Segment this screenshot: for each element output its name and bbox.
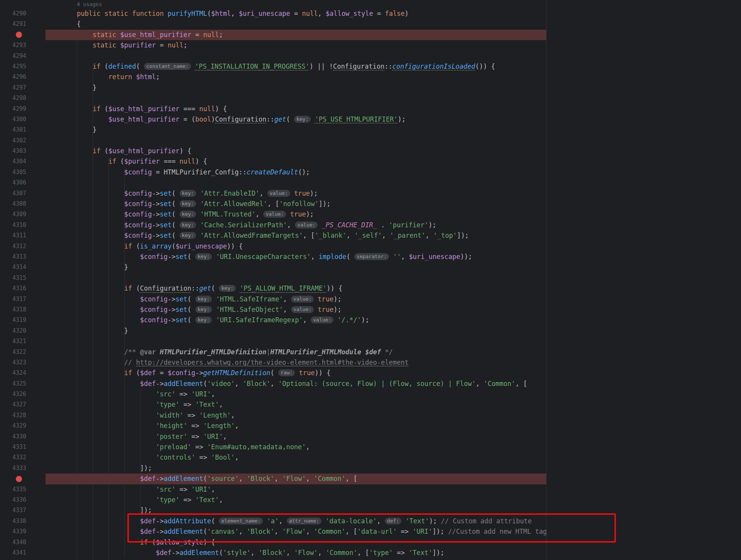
gutter[interactable]: 4290 <box>0 8 46 19</box>
code-text[interactable]: 'height' => 'Length', <box>46 421 546 431</box>
code-line[interactable]: 4338 $def->addAttribute( element_name: '… <box>0 516 546 526</box>
code-line[interactable]: 4325 $def->addElement('video', 'Block', … <box>0 379 546 389</box>
code-line[interactable]: 4298 <box>0 93 546 103</box>
code-text[interactable]: 'width' => 'Length', <box>46 410 546 421</box>
gutter[interactable] <box>0 474 46 484</box>
gutter[interactable]: 4322 <box>0 347 46 357</box>
code-text[interactable]: if ($use_html_purifier === null) { <box>46 104 546 114</box>
gutter[interactable]: 4293 <box>0 40 46 51</box>
code-line[interactable]: 4296 return $html; <box>0 72 546 82</box>
gutter[interactable]: 4330 <box>0 431 46 442</box>
gutter[interactable]: 4312 <box>0 241 46 252</box>
gutter[interactable]: 4341 <box>0 548 46 558</box>
code-text[interactable]: $def->addElement('canvas', 'Block', 'Flo… <box>46 526 546 537</box>
code-text[interactable]: $config->set( key: 'Cache.SerializerPath… <box>46 220 546 230</box>
code-line[interactable]: 4330 'poster' => 'URI', <box>0 431 546 442</box>
gutter[interactable]: 4332 <box>0 452 46 463</box>
gutter[interactable]: 4318 <box>0 305 46 315</box>
code-text[interactable] <box>46 51 546 61</box>
gutter[interactable]: 4305 <box>0 167 46 178</box>
code-text[interactable]: $config->set( key: 'Attr.EnableID', valu… <box>46 188 546 199</box>
code-line[interactable]: 4315 <box>0 273 546 283</box>
gutter[interactable]: 4325 <box>0 379 46 389</box>
gutter[interactable]: 4295 <box>0 61 46 72</box>
code-line[interactable]: 4320 } <box>0 326 546 336</box>
code-text[interactable]: if ($use_html_purifier) { <box>46 146 546 156</box>
code-text[interactable]: if ($def = $config->getHTMLDefinition( r… <box>46 368 546 378</box>
code-text[interactable]: 'poster' => 'URI', <box>46 431 546 442</box>
code-line[interactable]: 4333 ]); <box>0 463 546 474</box>
gutter[interactable]: 4329 <box>0 421 46 431</box>
code-line[interactable]: 4290 public static function purifyHTML($… <box>0 8 546 19</box>
gutter[interactable]: 4331 <box>0 442 46 452</box>
gutter[interactable]: 4342 <box>0 558 46 560</box>
code-line[interactable]: 4310 $config->set( key: 'Cache.Serialize… <box>0 220 546 230</box>
code-text[interactable]: return $html; <box>46 72 546 82</box>
code-text[interactable]: 'src' => 'URI', <box>46 389 546 399</box>
code-line[interactable]: 4294 <box>0 51 546 61</box>
code-line[interactable]: 4316 if (Configuration::get( key: 'PS_AL… <box>0 283 546 294</box>
code-text[interactable]: 'controls' => 'Bool', <box>46 452 546 463</box>
code-line[interactable]: 4339 $def->addElement('canvas', 'Block',… <box>0 526 546 537</box>
gutter[interactable]: 4313 <box>0 252 46 262</box>
gutter[interactable]: 4306 <box>0 178 46 188</box>
gutter[interactable]: 4319 <box>0 315 46 325</box>
code-text[interactable]: // http://developers.whatwg.org/the-vide… <box>46 357 546 368</box>
code-line[interactable]: 4336 'type' => 'Text', <box>0 495 546 505</box>
gutter[interactable]: 4316 <box>0 283 46 294</box>
gutter[interactable]: 4291 <box>0 19 46 29</box>
breakpoint-dot[interactable] <box>16 32 22 38</box>
code-text[interactable]: ]); <box>46 463 546 474</box>
gutter[interactable]: 4314 <box>0 262 46 272</box>
gutter[interactable]: 4335 <box>0 484 46 495</box>
code-text[interactable] <box>46 273 546 283</box>
gutter[interactable]: 4302 <box>0 135 46 146</box>
gutter[interactable]: 4301 <box>0 125 46 135</box>
code-text[interactable]: if (defined( constant_name: 'PS_INSTALLA… <box>46 61 546 72</box>
code-line[interactable]: 4321 <box>0 336 546 347</box>
code-text[interactable]: } <box>46 326 546 336</box>
code-line[interactable]: 4326 'src' => 'URI', <box>0 389 546 399</box>
code-text[interactable]: $config->set( key: 'URI.UnescapeCharacte… <box>46 252 546 262</box>
gutter[interactable]: 4323 <box>0 357 46 368</box>
code-text[interactable]: } <box>46 262 546 272</box>
code-line[interactable]: 4314 } <box>0 262 546 272</box>
gutter[interactable]: 4328 <box>0 410 46 421</box>
code-text[interactable]: $config->set( key: 'HTML.SafeIframe', va… <box>46 294 546 305</box>
gutter[interactable]: 4298 <box>0 93 46 103</box>
code-line[interactable]: 4306 <box>0 178 546 188</box>
gutter[interactable]: 4307 <box>0 188 46 199</box>
code-text[interactable]: $def->addElement('video', 'Block', 'Opti… <box>46 379 546 389</box>
code-text[interactable]: static $use_html_purifier = null; <box>46 30 546 40</box>
code-text[interactable]: { <box>46 19 546 29</box>
gutter[interactable]: 4303 <box>0 146 46 156</box>
code-line[interactable]: 4302 <box>0 135 546 146</box>
code-text[interactable] <box>46 178 546 188</box>
code-line[interactable]: 4307 $config->set( key: 'Attr.EnableID',… <box>0 188 546 199</box>
code-line[interactable]: 4304 if ($purifier === null) { <box>0 156 546 167</box>
code-editor[interactable]: 4 usages 4290 public static function pur… <box>0 0 546 560</box>
code-text[interactable]: $def->addElement('source', 'Block', 'Flo… <box>46 474 546 484</box>
gutter[interactable]: 4337 <box>0 505 46 516</box>
gutter[interactable]: 4338 <box>0 516 46 526</box>
code-line[interactable]: 4331 'preload' => 'Enum#auto,metadata,no… <box>0 442 546 452</box>
gutter[interactable]: 4327 <box>0 399 46 410</box>
gutter[interactable]: 4339 <box>0 526 46 537</box>
code-text[interactable]: if (Configuration::get( key: 'PS_ALLOW_H… <box>46 283 546 294</box>
gutter[interactable]: 4317 <box>0 294 46 305</box>
code-text[interactable]: $config->set( key: 'HTML.SafeObject', va… <box>46 305 546 315</box>
breakpoint-dot[interactable] <box>16 476 22 482</box>
gutter[interactable]: 4309 <box>0 209 46 220</box>
gutter[interactable]: 4336 <box>0 495 46 505</box>
code-line[interactable]: 4328 'width' => 'Length', <box>0 410 546 421</box>
code-text[interactable]: } <box>46 125 546 135</box>
gutter[interactable]: 4294 <box>0 51 46 61</box>
usages-inlay-hint[interactable]: 4 usages <box>0 0 546 8</box>
gutter[interactable]: 4296 <box>0 72 46 82</box>
code-text[interactable]: } <box>46 83 546 93</box>
code-text[interactable]: $def->addAttribute( element_name: 'a', a… <box>46 516 546 526</box>
code-text[interactable]: $config->set( key: 'Attr.AllowedFrameTar… <box>46 230 546 241</box>
code-line[interactable]: 4305 $config = HTMLPurifier_Config::crea… <box>0 167 546 178</box>
code-line[interactable]: 4340 if ($allow_style) { <box>0 537 546 548</box>
code-text[interactable]: $config = HTMLPurifier_Config::createDef… <box>46 167 546 178</box>
